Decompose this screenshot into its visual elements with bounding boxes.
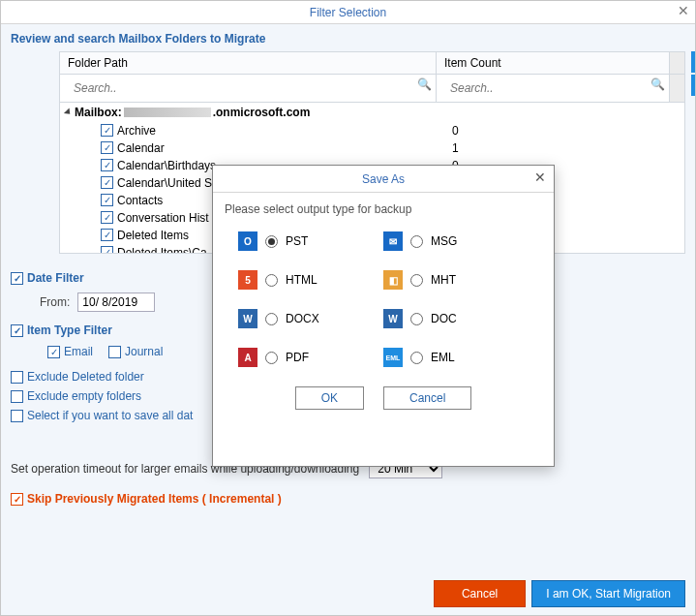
mailbox-suffix: .onmicrosoft.com xyxy=(213,106,311,119)
search-icon[interactable]: 🔍 xyxy=(417,77,432,91)
checkbox-icon[interactable]: ✓ xyxy=(108,346,121,358)
dialog-subtitle: Please select output type for backup xyxy=(213,193,554,224)
option-mht[interactable]: ◧MHT xyxy=(383,270,529,290)
from-date-input[interactable] xyxy=(77,293,155,312)
eml-icon: EML xyxy=(383,348,403,367)
page-subtitle: Review and search Mailbox Folders to Mig… xyxy=(1,24,695,51)
item-type-label: Item Type Filter xyxy=(27,323,112,337)
option-docx[interactable]: WDOCX xyxy=(238,309,383,328)
search-icon[interactable]: 🔍 xyxy=(651,77,665,91)
close-icon[interactable]: ✕ xyxy=(678,3,689,18)
checkbox-icon[interactable]: ✓ xyxy=(101,246,113,253)
checkbox-icon[interactable]: ✓ xyxy=(101,159,113,171)
mailbox-root-row[interactable]: Mailbox: .onmicrosoft.com xyxy=(60,103,684,122)
word-icon: W xyxy=(238,309,257,328)
scrollbar-track[interactable] xyxy=(669,52,684,74)
col-header-count[interactable]: Item Count xyxy=(437,52,669,74)
grid-header: Folder Path Item Count xyxy=(60,52,684,75)
outlook-icon: O xyxy=(238,231,257,251)
radio-icon[interactable] xyxy=(410,235,423,248)
option-msg[interactable]: ✉MSG xyxy=(383,231,529,251)
checkbox-icon[interactable]: ✓ xyxy=(11,324,23,337)
radio-icon[interactable] xyxy=(410,313,423,325)
dialog-title-bar: Save As ✕ xyxy=(213,166,554,193)
save-as-dialog: Save As ✕ Please select output type for … xyxy=(212,165,555,467)
email-checkbox[interactable]: ✓Email xyxy=(47,345,93,358)
deselect-all-button[interactable]: ✕ xyxy=(691,75,696,96)
dialog-cancel-button[interactable]: Cancel xyxy=(383,386,471,410)
title-bar: Filter Selection ✕ xyxy=(1,1,695,24)
from-label: From: xyxy=(40,295,70,309)
radio-icon[interactable] xyxy=(265,274,278,287)
mht-icon: ◧ xyxy=(383,270,403,290)
checkbox-icon[interactable]: ✓ xyxy=(11,390,23,403)
expand-icon[interactable] xyxy=(64,108,73,116)
dialog-title: Save As xyxy=(362,172,405,186)
window-title: Filter Selection xyxy=(310,6,386,19)
envelope-icon: ✉ xyxy=(383,231,403,251)
checkbox-icon[interactable]: ✓ xyxy=(101,176,113,189)
checkbox-icon[interactable]: ✓ xyxy=(101,124,113,137)
checkbox-icon[interactable]: ✓ xyxy=(101,229,113,241)
option-html[interactable]: 5HTML xyxy=(238,270,383,290)
radio-icon[interactable] xyxy=(410,274,423,287)
option-pdf[interactable]: APDF xyxy=(238,348,383,367)
word-icon: W xyxy=(383,309,403,328)
skip-migrated-checkbox[interactable]: ✓ Skip Previously Migrated Items ( Incre… xyxy=(11,492,685,506)
date-filter-label: Date Filter xyxy=(27,271,84,285)
checkbox-icon[interactable]: ✓ xyxy=(11,272,23,285)
option-pst[interactable]: OPST xyxy=(238,231,383,251)
checkbox-icon[interactable]: ✓ xyxy=(11,371,23,384)
dialog-ok-button[interactable]: OK xyxy=(295,386,364,410)
folder-row[interactable]: ✓Archive0 xyxy=(60,122,684,139)
folder-row[interactable]: ✓Calendar1 xyxy=(60,139,684,157)
checkbox-icon[interactable]: ✓ xyxy=(101,194,113,206)
search-count-input[interactable] xyxy=(444,78,661,98)
checkbox-icon[interactable]: ✓ xyxy=(101,211,113,224)
radio-icon[interactable] xyxy=(410,352,423,364)
html5-icon: 5 xyxy=(238,270,257,290)
radio-icon[interactable] xyxy=(265,313,278,325)
search-path-input[interactable] xyxy=(68,78,428,98)
checkbox-icon[interactable]: ✓ xyxy=(11,493,23,506)
journal-checkbox[interactable]: ✓Journal xyxy=(108,345,163,358)
mailbox-prefix: Mailbox: xyxy=(75,106,122,119)
select-all-button[interactable]: ✓ xyxy=(691,51,696,73)
option-eml[interactable]: EMLEML xyxy=(383,348,529,367)
checkbox-icon[interactable]: ✓ xyxy=(101,141,113,154)
skip-label: Skip Previously Migrated Items ( Increme… xyxy=(27,492,282,506)
pdf-icon: A xyxy=(238,348,257,367)
cancel-button[interactable]: Cancel xyxy=(434,580,526,607)
start-migration-button[interactable]: I am OK, Start Migration xyxy=(531,580,685,607)
radio-icon[interactable] xyxy=(265,352,278,364)
checkbox-icon[interactable]: ✓ xyxy=(47,346,60,358)
redacted-text xyxy=(124,108,211,117)
close-icon[interactable]: ✕ xyxy=(534,169,546,185)
checkbox-icon[interactable]: ✓ xyxy=(11,410,23,422)
radio-icon[interactable] xyxy=(265,235,278,248)
option-doc[interactable]: WDOC xyxy=(383,309,529,328)
col-header-path[interactable]: Folder Path xyxy=(60,52,437,74)
